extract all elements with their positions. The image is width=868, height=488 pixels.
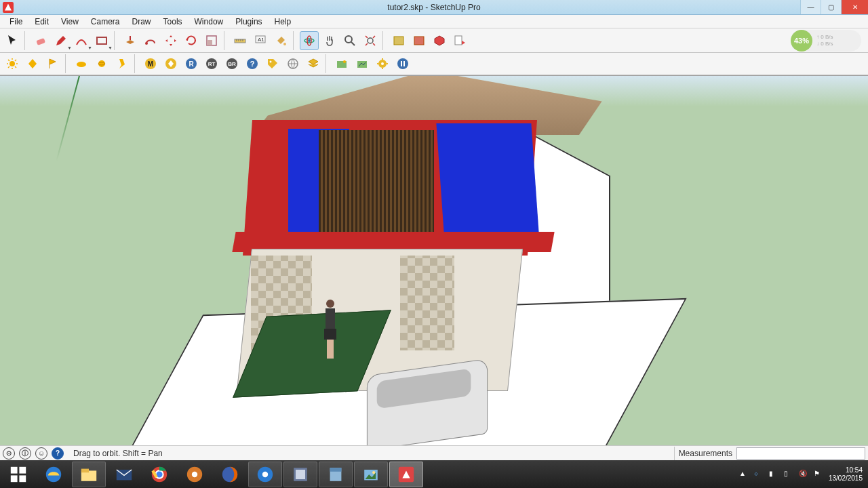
sphere-tool[interactable] [92,54,111,73]
menu-plugins[interactable]: Plugins [230,16,267,28]
svg-point-54 [192,471,197,476]
svg-rect-5 [235,39,245,43]
get-models-tool[interactable] [389,31,408,50]
tape-measure-tool[interactable] [231,31,250,50]
move-tool[interactable] [161,31,180,50]
menu-view[interactable]: View [56,16,84,28]
orbit-tool[interactable] [300,31,319,50]
diamond-tool[interactable] [23,54,42,73]
flag-tool[interactable] [43,54,62,73]
tray-bluetooth-icon[interactable]: ⟐ [754,470,764,479]
tray-volume-icon[interactable]: 🔇 [799,470,808,479]
svg-rect-61 [330,468,342,472]
status-bar: ⊙ ⓘ ☺ ? Drag to orbit. Shift = Pan Measu… [0,445,868,460]
svg-point-35 [343,60,346,63]
r-badge[interactable]: R [182,54,201,73]
window-titlebar: tutor2.skp - SketchUp Pro — ▢ ✕ [0,0,868,15]
globe-badge[interactable] [283,54,302,73]
follow-me-tool[interactable] [141,31,160,50]
svg-rect-16 [455,36,462,45]
extension-warehouse-tool[interactable] [430,31,449,50]
select-tool[interactable] [3,31,22,50]
minimize-button[interactable]: — [800,0,821,14]
menu-tools[interactable]: Tools [158,16,188,28]
firefox-browser[interactable] [213,462,247,487]
push-pull-tool[interactable] [121,31,140,50]
file-explorer[interactable] [72,462,106,487]
toolbar-separator [134,54,138,73]
pencil-tool[interactable]: ▼ [52,31,71,50]
sun-tool[interactable] [3,54,22,73]
taskbar-clock[interactable]: 10:54 13/02/2015 [829,466,863,483]
window-controls: — ▢ ✕ [800,0,868,14]
house-model [170,76,617,445]
tray-up-icon[interactable]: ▲ [739,470,749,479]
settings-app[interactable] [248,462,282,487]
photos-app[interactable] [354,462,388,487]
main-toolbar: ▼ ▼ ▼ A1 43% ↑ 0 B/s ↓ 0 B/s [0,28,868,53]
tray-battery-icon[interactable]: ▮ [769,470,778,479]
rt-badge[interactable]: RT [202,54,221,73]
sketchup-app[interactable] [389,462,423,487]
credits-icon[interactable]: ⓘ [19,447,31,460]
m-badge[interactable]: M [141,54,160,73]
tag-badge[interactable] [263,54,282,73]
zoom-tool[interactable] [340,31,359,50]
svg-rect-48 [81,468,89,472]
help-status-icon[interactable]: ? [52,447,64,460]
svg-rect-43 [19,466,26,473]
stone-wall-right [400,256,454,350]
render2-tool[interactable] [353,54,372,73]
marker-tool[interactable] [113,54,132,73]
scale-tool[interactable] [202,31,221,50]
menu-camera[interactable]: Camera [85,16,125,28]
menu-draw[interactable]: Draw [127,16,157,28]
pause-tool[interactable] [393,54,412,73]
tray-network-icon[interactable]: ▯ [784,470,793,479]
mail-app[interactable] [107,462,141,487]
tray-flag-icon[interactable]: ⚑ [814,470,823,479]
send-to-layout-tool[interactable] [450,31,469,50]
arc-tool[interactable]: ▼ [72,31,91,50]
network-meter-widget[interactable]: 43% ↑ 0 B/s ↓ 0 B/s [791,30,861,52]
start-button[interactable] [1,462,35,487]
measurements-box: Measurements [674,447,865,460]
model-viewport[interactable] [0,75,868,445]
toolbar-separator [24,31,28,50]
windows-taskbar: ▲ ⟐ ▮ ▯ 🔇 ⚑ 10:54 13/02/2015 [0,460,868,488]
notes-app[interactable] [319,462,353,487]
text-tool[interactable]: A1 [251,31,270,50]
eraser-tool[interactable] [31,31,50,50]
paint-bucket-tool[interactable] [271,31,290,50]
media-player[interactable] [178,462,212,487]
rotate-tool[interactable] [182,31,201,50]
toolbar-separator [114,31,118,50]
toolbar-separator [224,31,228,50]
editor-app[interactable] [283,462,317,487]
measurements-input[interactable] [736,447,865,460]
svg-point-17 [9,61,15,66]
oval-tool[interactable] [72,54,91,73]
share-model-tool[interactable] [410,31,429,50]
geolocation-icon[interactable]: ⊙ [3,447,15,460]
chrome-browser[interactable] [142,462,176,487]
close-button[interactable]: ✕ [841,0,868,14]
clock-date: 13/02/2015 [829,474,863,483]
menu-edit[interactable]: Edit [29,16,54,28]
clock-time: 10:54 [829,466,863,474]
maximize-button[interactable]: ▢ [821,0,841,14]
menu-file[interactable]: File [4,16,28,28]
ie-browser[interactable] [37,462,71,487]
render1-tool[interactable] [332,54,351,73]
zoom-extents-tool[interactable] [361,31,380,50]
menu-help[interactable]: Help [269,16,297,28]
diamond-badge[interactable] [161,54,180,73]
render-settings-tool[interactable] [373,54,392,73]
pan-tool[interactable] [320,31,339,50]
menu-window[interactable]: Window [189,16,229,28]
rectangle-tool[interactable]: ▼ [92,31,111,50]
br-badge[interactable]: BR [222,54,241,73]
person-icon[interactable]: ☺ [35,447,47,460]
layers-badge[interactable] [304,54,323,73]
help-badge[interactable]: ? [243,54,262,73]
